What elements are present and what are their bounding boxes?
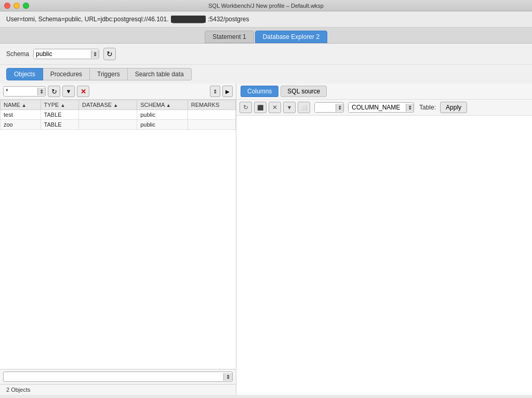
connection-text-suffix: :5432/postgres	[208, 16, 249, 23]
right-tab-columns-label: Columns	[247, 88, 272, 95]
name-sort-icon: ▲	[22, 103, 26, 108]
cell-name: test	[1, 110, 41, 120]
sub-tab-bar: Objects Procedures Triggers Search table…	[0, 65, 532, 80]
cell-name: zoo	[1, 120, 41, 130]
expand-left-icon: ⇕	[213, 89, 217, 94]
maximize-button[interactable]	[23, 3, 29, 9]
schema-row: Schema ⇕ ↻	[0, 44, 532, 65]
schema-label: Schema	[6, 50, 29, 58]
expand-left-button[interactable]: ⇕	[210, 86, 220, 97]
tab-db-explorer-label: Database Explorer 2	[263, 33, 320, 40]
main-tab-bar: Statement 1 Database Explorer 2	[0, 28, 532, 44]
col-prefix-arrow[interactable]: ⇕	[336, 104, 343, 112]
column-name-wrap: ⇕	[348, 102, 414, 113]
refresh-objects-button[interactable]: ↻	[48, 86, 60, 97]
schema-refresh-button[interactable]: ↻	[103, 48, 116, 60]
column-name-arrow[interactable]: ⇕	[406, 104, 414, 112]
left-panel: ⇕ ↻ ▼ ✕ ⇕ ▶	[0, 84, 236, 395]
connection-bar: User=tomi, Schema=public, URL=jdbc:postg…	[0, 11, 532, 28]
filter-icon: ▼	[66, 88, 72, 94]
col-prefix-input[interactable]	[315, 103, 336, 112]
split-arrow-icon: ▶	[225, 89, 230, 94]
col-header-database[interactable]: DATABASE ▲	[79, 100, 137, 110]
sub-tab-procedures-label: Procedures	[50, 71, 82, 78]
sub-tab-objects-label: Objects	[14, 71, 35, 78]
object-count: 2 Objects	[0, 384, 236, 395]
refresh-objects-icon: ↻	[51, 88, 57, 95]
refresh-icon: ↻	[107, 50, 113, 58]
right-copy-icon: ⬜	[301, 105, 307, 111]
schema-sort-icon: ▲	[166, 103, 171, 108]
clear-icon: ✕	[81, 88, 86, 95]
col-header-remarks[interactable]: REMARKS	[188, 100, 235, 110]
right-toolbar: ↻ ⬛ ✕ ▼ ⬜ ⇕	[236, 100, 532, 116]
col-prefix-wrap: ⇕	[314, 102, 344, 113]
right-top-tabs: Columns SQL source	[236, 84, 532, 100]
right-tab-columns[interactable]: Columns	[241, 86, 278, 97]
table-row[interactable]: test TABLE public	[1, 110, 236, 120]
right-refresh-button[interactable]: ↻	[240, 102, 252, 113]
filter-button[interactable]: ▼	[62, 86, 75, 97]
right-refresh-icon: ↻	[243, 104, 248, 111]
cell-schema: public	[137, 120, 188, 130]
tab-statement1-label: Statement 1	[212, 33, 246, 40]
right-filter-icon: ▼	[287, 104, 292, 111]
objects-table: NAME ▲ TYPE ▲ DATABASE ▲ SCHEMA ▲ REMARK…	[0, 100, 236, 130]
col-header-schema[interactable]: SCHEMA ▲	[137, 100, 188, 110]
filter-input[interactable]	[4, 87, 37, 96]
right-copy-button[interactable]: ⬜	[298, 102, 310, 113]
filter-input-wrap: ⇕	[3, 86, 46, 97]
window-title: SQL Workbench/J New profile – Default.wk…	[208, 3, 324, 9]
main-content: Schema ⇕ ↻ Objects Procedures Triggers S…	[0, 44, 532, 395]
schema-select[interactable]	[34, 49, 91, 59]
cell-type: TABLE	[41, 110, 78, 120]
filter-dropdown-arrow[interactable]: ⇕	[37, 88, 45, 95]
sub-tab-triggers-label: Triggers	[97, 71, 120, 78]
right-content-area	[236, 116, 532, 395]
tab-db-explorer[interactable]: Database Explorer 2	[255, 31, 327, 43]
connection-text-prefix: User=tomi, Schema=public, URL=jdbc:postg…	[6, 16, 169, 23]
right-add-button[interactable]: ⬛	[254, 102, 267, 113]
right-panel: Columns SQL source ↻ ⬛ ✕ ▼	[236, 84, 532, 395]
right-delete-button[interactable]: ✕	[269, 102, 281, 113]
clear-filter-button[interactable]: ✕	[77, 86, 89, 97]
close-button[interactable]	[4, 3, 10, 9]
sub-tab-triggers[interactable]: Triggers	[90, 68, 128, 80]
schema-dropdown-arrow[interactable]: ⇕	[91, 50, 99, 58]
sub-tab-search[interactable]: Search table data	[128, 68, 192, 80]
col-header-type[interactable]: TYPE ▲	[41, 100, 78, 110]
column-name-input[interactable]	[349, 103, 406, 112]
sub-tab-search-label: Search table data	[135, 71, 184, 78]
cell-type: TABLE	[41, 120, 78, 130]
bottom-select-bar: ⇕	[0, 369, 236, 384]
right-tab-sql-source[interactable]: SQL source	[281, 86, 327, 97]
traffic-lights	[4, 3, 29, 9]
cell-database	[79, 110, 137, 120]
bottom-input[interactable]	[4, 372, 223, 381]
bottom-select-wrap: ⇕	[3, 372, 233, 382]
objects-table-container: NAME ▲ TYPE ▲ DATABASE ▲ SCHEMA ▲ REMARK…	[0, 100, 236, 369]
table-label: Table:	[419, 104, 436, 111]
object-toolbar: ⇕ ↻ ▼ ✕ ⇕ ▶	[0, 84, 236, 100]
sub-tab-objects[interactable]: Objects	[6, 68, 43, 80]
bottom-select-arrow[interactable]: ⇕	[223, 373, 232, 381]
table-row[interactable]: zoo TABLE public	[1, 120, 236, 130]
minimize-button[interactable]	[14, 3, 20, 9]
database-sort-icon: ▲	[113, 103, 118, 108]
right-delete-icon: ✕	[272, 104, 277, 111]
titlebar: SQL Workbench/J New profile – Default.wk…	[0, 0, 532, 11]
tab-statement1[interactable]: Statement 1	[205, 31, 254, 43]
right-add-icon: ⬛	[257, 105, 263, 111]
cell-schema: public	[137, 110, 188, 120]
type-sort-icon: ▲	[60, 103, 65, 108]
right-filter-button[interactable]: ▼	[283, 102, 296, 113]
split-panel: ⇕ ↻ ▼ ✕ ⇕ ▶	[0, 84, 532, 395]
cell-database	[79, 120, 137, 130]
apply-button[interactable]: Apply	[440, 102, 467, 113]
col-header-name[interactable]: NAME ▲	[1, 100, 41, 110]
split-arrow-button[interactable]: ▶	[222, 86, 233, 97]
cell-remarks	[188, 110, 235, 120]
sub-tab-procedures[interactable]: Procedures	[43, 68, 90, 80]
masked-ip: ███████	[171, 16, 206, 23]
cell-remarks	[188, 120, 235, 130]
